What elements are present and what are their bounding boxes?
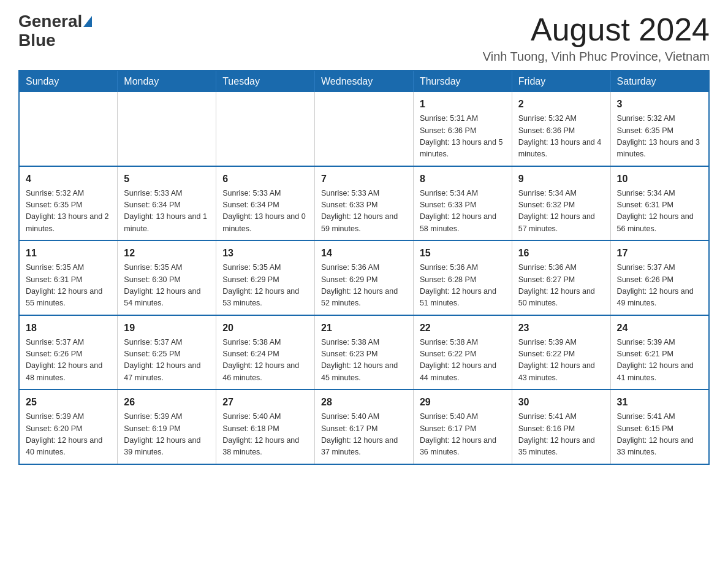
day-number: 27: [222, 395, 308, 410]
calendar-table: SundayMondayTuesdayWednesdayThursdayFrid…: [18, 70, 710, 465]
day-info: Sunrise: 5:31 AM Sunset: 6:36 PM Dayligh…: [420, 113, 506, 161]
calendar-cell-0-2: [216, 92, 315, 166]
day-info: Sunrise: 5:35 AM Sunset: 6:31 PM Dayligh…: [26, 262, 111, 310]
calendar-cell-4-0: 25Sunrise: 5:39 AM Sunset: 6:20 PM Dayli…: [19, 389, 118, 464]
day-number: 11: [26, 246, 111, 261]
day-number: 18: [26, 321, 111, 335]
day-info: Sunrise: 5:32 AM Sunset: 6:35 PM Dayligh…: [617, 113, 702, 161]
calendar-cell-4-5: 30Sunrise: 5:41 AM Sunset: 6:16 PM Dayli…: [512, 389, 610, 464]
day-number: 24: [617, 321, 702, 335]
page-header: General Blue August 2024 Vinh Tuong, Vin…: [18, 12, 710, 64]
logo-blue: Blue: [18, 31, 56, 50]
day-number: 31: [617, 395, 702, 410]
calendar-cell-2-0: 11Sunrise: 5:35 AM Sunset: 6:31 PM Dayli…: [19, 240, 118, 315]
calendar-cell-1-5: 9Sunrise: 5:34 AM Sunset: 6:32 PM Daylig…: [512, 166, 610, 241]
day-number: 1: [420, 97, 506, 112]
calendar-cell-0-4: 1Sunrise: 5:31 AM Sunset: 6:36 PM Daylig…: [413, 92, 512, 166]
day-info: Sunrise: 5:37 AM Sunset: 6:26 PM Dayligh…: [26, 337, 111, 385]
calendar-cell-4-1: 26Sunrise: 5:39 AM Sunset: 6:19 PM Dayli…: [118, 389, 216, 464]
weekday-header-sunday: Sunday: [19, 71, 118, 92]
day-number: 20: [222, 321, 308, 335]
day-info: Sunrise: 5:33 AM Sunset: 6:34 PM Dayligh…: [124, 188, 210, 236]
calendar-cell-2-3: 14Sunrise: 5:36 AM Sunset: 6:29 PM Dayli…: [315, 240, 414, 315]
month-title: August 2024: [483, 12, 710, 47]
day-info: Sunrise: 5:36 AM Sunset: 6:28 PM Dayligh…: [420, 262, 506, 310]
day-info: Sunrise: 5:32 AM Sunset: 6:35 PM Dayligh…: [26, 188, 111, 236]
day-number: 29: [420, 395, 506, 410]
day-info: Sunrise: 5:34 AM Sunset: 6:31 PM Dayligh…: [617, 188, 702, 236]
day-number: 8: [420, 172, 506, 186]
calendar-cell-1-3: 7Sunrise: 5:33 AM Sunset: 6:33 PM Daylig…: [315, 166, 414, 241]
calendar-cell-4-6: 31Sunrise: 5:41 AM Sunset: 6:15 PM Dayli…: [610, 389, 709, 464]
day-number: 2: [518, 97, 604, 112]
calendar-cell-4-3: 28Sunrise: 5:40 AM Sunset: 6:17 PM Dayli…: [315, 389, 414, 464]
day-info: Sunrise: 5:41 AM Sunset: 6:15 PM Dayligh…: [617, 411, 702, 459]
calendar-cell-0-1: [118, 92, 216, 166]
weekday-header-wednesday: Wednesday: [315, 71, 414, 92]
day-number: 28: [321, 395, 407, 410]
calendar-cell-4-4: 29Sunrise: 5:40 AM Sunset: 6:17 PM Dayli…: [413, 389, 512, 464]
calendar-cell-0-5: 2Sunrise: 5:32 AM Sunset: 6:36 PM Daylig…: [512, 92, 610, 166]
day-info: Sunrise: 5:37 AM Sunset: 6:25 PM Dayligh…: [124, 337, 210, 385]
day-number: 14: [321, 246, 407, 261]
day-info: Sunrise: 5:36 AM Sunset: 6:29 PM Dayligh…: [321, 262, 407, 310]
day-info: Sunrise: 5:41 AM Sunset: 6:16 PM Dayligh…: [518, 411, 604, 459]
calendar-cell-1-2: 6Sunrise: 5:33 AM Sunset: 6:34 PM Daylig…: [216, 166, 315, 241]
calendar-cell-4-2: 27Sunrise: 5:40 AM Sunset: 6:18 PM Dayli…: [216, 389, 315, 464]
day-info: Sunrise: 5:39 AM Sunset: 6:20 PM Dayligh…: [26, 411, 111, 459]
day-info: Sunrise: 5:40 AM Sunset: 6:17 PM Dayligh…: [420, 411, 506, 459]
calendar-cell-0-0: [19, 92, 118, 166]
day-number: 17: [617, 246, 702, 261]
weekday-header-friday: Friday: [512, 71, 610, 92]
day-number: 21: [321, 321, 407, 335]
day-info: Sunrise: 5:39 AM Sunset: 6:21 PM Dayligh…: [617, 337, 702, 385]
calendar-cell-1-4: 8Sunrise: 5:34 AM Sunset: 6:33 PM Daylig…: [413, 166, 512, 241]
calendar-cell-1-1: 5Sunrise: 5:33 AM Sunset: 6:34 PM Daylig…: [118, 166, 216, 241]
calendar-cell-3-2: 20Sunrise: 5:38 AM Sunset: 6:24 PM Dayli…: [216, 315, 315, 390]
day-number: 16: [518, 246, 604, 261]
day-number: 6: [222, 172, 308, 186]
day-info: Sunrise: 5:38 AM Sunset: 6:24 PM Dayligh…: [222, 337, 308, 385]
day-number: 7: [321, 172, 407, 186]
day-info: Sunrise: 5:37 AM Sunset: 6:26 PM Dayligh…: [617, 262, 702, 310]
logo-triangle-icon: [83, 16, 92, 27]
calendar-cell-0-6: 3Sunrise: 5:32 AM Sunset: 6:35 PM Daylig…: [610, 92, 709, 166]
day-info: Sunrise: 5:38 AM Sunset: 6:22 PM Dayligh…: [420, 337, 506, 385]
day-number: 4: [26, 172, 111, 186]
day-info: Sunrise: 5:40 AM Sunset: 6:17 PM Dayligh…: [321, 411, 407, 459]
calendar-cell-3-5: 23Sunrise: 5:39 AM Sunset: 6:22 PM Dayli…: [512, 315, 610, 390]
calendar-cell-3-4: 22Sunrise: 5:38 AM Sunset: 6:22 PM Dayli…: [413, 315, 512, 390]
day-number: 26: [124, 395, 210, 410]
title-block: August 2024 Vinh Tuong, Vinh Phuc Provin…: [483, 12, 710, 64]
calendar-cell-1-6: 10Sunrise: 5:34 AM Sunset: 6:31 PM Dayli…: [610, 166, 709, 241]
logo: General Blue: [18, 12, 92, 50]
day-info: Sunrise: 5:39 AM Sunset: 6:19 PM Dayligh…: [124, 411, 210, 459]
calendar-cell-0-3: [315, 92, 414, 166]
calendar-cell-2-2: 13Sunrise: 5:35 AM Sunset: 6:29 PM Dayli…: [216, 240, 315, 315]
day-info: Sunrise: 5:39 AM Sunset: 6:22 PM Dayligh…: [518, 337, 604, 385]
day-info: Sunrise: 5:40 AM Sunset: 6:18 PM Dayligh…: [222, 411, 308, 459]
day-number: 15: [420, 246, 506, 261]
day-info: Sunrise: 5:33 AM Sunset: 6:33 PM Dayligh…: [321, 188, 407, 236]
day-number: 22: [420, 321, 506, 335]
day-info: Sunrise: 5:35 AM Sunset: 6:30 PM Dayligh…: [124, 262, 210, 310]
day-info: Sunrise: 5:34 AM Sunset: 6:33 PM Dayligh…: [420, 188, 506, 236]
day-number: 13: [222, 246, 308, 261]
day-number: 5: [124, 172, 210, 186]
calendar-cell-3-6: 24Sunrise: 5:39 AM Sunset: 6:21 PM Dayli…: [610, 315, 709, 390]
calendar-cell-3-1: 19Sunrise: 5:37 AM Sunset: 6:25 PM Dayli…: [118, 315, 216, 390]
day-number: 9: [518, 172, 604, 186]
day-number: 30: [518, 395, 604, 410]
calendar-cell-2-1: 12Sunrise: 5:35 AM Sunset: 6:30 PM Dayli…: [118, 240, 216, 315]
day-info: Sunrise: 5:38 AM Sunset: 6:23 PM Dayligh…: [321, 337, 407, 385]
day-info: Sunrise: 5:33 AM Sunset: 6:34 PM Dayligh…: [222, 188, 308, 236]
day-number: 3: [617, 97, 702, 112]
day-number: 25: [26, 395, 111, 410]
calendar-cell-2-5: 16Sunrise: 5:36 AM Sunset: 6:27 PM Dayli…: [512, 240, 610, 315]
weekday-header-tuesday: Tuesday: [216, 71, 315, 92]
day-number: 23: [518, 321, 604, 335]
day-info: Sunrise: 5:32 AM Sunset: 6:36 PM Dayligh…: [518, 113, 604, 161]
calendar-cell-1-0: 4Sunrise: 5:32 AM Sunset: 6:35 PM Daylig…: [19, 166, 118, 241]
day-info: Sunrise: 5:36 AM Sunset: 6:27 PM Dayligh…: [518, 262, 604, 310]
calendar-cell-3-0: 18Sunrise: 5:37 AM Sunset: 6:26 PM Dayli…: [19, 315, 118, 390]
